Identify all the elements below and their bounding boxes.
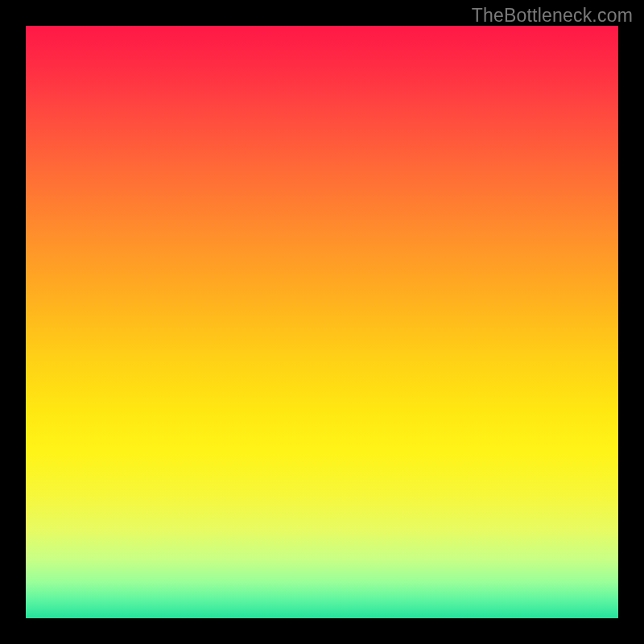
outer-frame: TheBottleneck.com — [0, 0, 644, 644]
plot-area — [26, 26, 618, 618]
watermark-label: TheBottleneck.com — [472, 5, 633, 27]
background-gradient — [26, 26, 618, 618]
